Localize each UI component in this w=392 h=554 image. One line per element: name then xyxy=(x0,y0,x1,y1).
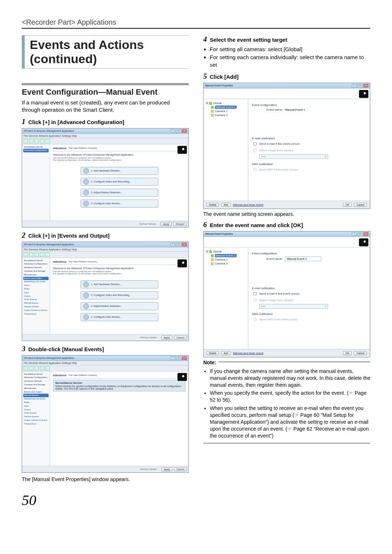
sidebar-item[interactable]: Rules xyxy=(23,287,49,291)
sidebar-item[interactable]: Users xyxy=(23,284,49,287)
cancel-button[interactable]: Cancel xyxy=(354,203,367,207)
cancel-button[interactable]: Cancel xyxy=(354,351,367,355)
sidebar-item-events-output[interactable]: Events and Output xyxy=(23,277,49,280)
sidebar-item[interactable]: Generic Events xyxy=(23,305,49,309)
sidebar-item[interactable]: Output Control on Event xyxy=(23,309,49,312)
toolbar-icon[interactable] xyxy=(24,139,28,143)
apply-button[interactable]: Apply xyxy=(161,336,173,340)
sidebar-item-manual-events[interactable]: Manual Events xyxy=(23,394,49,397)
toolbar-icon[interactable] xyxy=(45,139,50,143)
sidebar-item[interactable]: Rules xyxy=(23,401,49,405)
close-icon[interactable]: × xyxy=(182,129,187,133)
wizard-add-hardware[interactable]: 1. Add Hardware Devices... xyxy=(81,280,158,288)
close-icon[interactable]: × xyxy=(182,243,187,246)
sidebar-item[interactable]: Manual Events xyxy=(23,301,49,305)
sidebar-item[interactable]: Hardware Devices xyxy=(23,266,49,270)
sidebar-item[interactable]: Advanced Configuration xyxy=(23,376,49,379)
sidebar-item[interactable]: Cameras and Storage xyxy=(23,383,49,387)
sidebar-item[interactable]: Advanced Configuration xyxy=(23,262,49,266)
sidebar-item[interactable]: Scheduling and Archiv xyxy=(23,280,49,284)
sidebar-item[interactable]: Events and Output xyxy=(23,390,49,394)
sidebar-item[interactable]: Output xyxy=(23,295,49,298)
wizard-add-hardware[interactable]: 1. Add Hardware Devices... xyxy=(81,167,158,175)
cancel-button[interactable]: Cancel xyxy=(174,467,187,471)
chk-attach-image[interactable]: Attach image from camera xyxy=(252,297,366,303)
add-button[interactable]: Add xyxy=(221,351,230,355)
ok-button[interactable]: OK xyxy=(343,351,352,355)
checkbox[interactable] xyxy=(253,149,257,152)
toolbar-icon[interactable] xyxy=(40,253,44,257)
wizard-user-access[interactable]: 4. Configure User Access... xyxy=(81,200,158,208)
sidebar-item[interactable]: Microphones xyxy=(23,387,49,390)
tree-camera2[interactable]: Camera 2 xyxy=(206,262,246,266)
wizard-user-access[interactable]: 4. Configure User Access... xyxy=(81,313,158,321)
sidebar-item[interactable]: Surveillance Server xyxy=(23,145,49,149)
maximize-icon[interactable]: ▭ xyxy=(176,243,181,246)
sidebar-item[interactable]: Surveillance Server xyxy=(23,259,49,263)
toolbar-icon[interactable] xyxy=(29,253,33,257)
chk-send-email[interactable]: Send e-mail if this event occurs xyxy=(252,141,366,147)
toolbar-icon[interactable] xyxy=(34,366,39,370)
maximize-icon[interactable]: ▭ xyxy=(176,356,181,360)
wizard-motion-detection[interactable]: 3. Adjust Motion Detection... xyxy=(81,189,158,197)
minimize-icon[interactable]: – xyxy=(352,84,357,87)
sidebar-item[interactable]: Microphones xyxy=(23,273,49,277)
checkbox[interactable] xyxy=(253,318,257,321)
toolbar-icon[interactable] xyxy=(45,253,50,257)
close-icon[interactable]: × xyxy=(363,84,368,87)
menubar[interactable]: File Services Wizards Application Settin… xyxy=(22,361,188,365)
maximize-icon[interactable]: ▭ xyxy=(176,129,181,133)
wizard-configure-video[interactable]: 2. Configure Video and Recording... xyxy=(81,291,158,299)
sidebar-item[interactable]: Transactions xyxy=(23,312,49,316)
toolbar-icon[interactable] xyxy=(40,139,44,143)
sidebar-item[interactable]: Hardware Devices xyxy=(23,379,49,383)
sidebar-item[interactable]: Surveillance Server xyxy=(23,373,49,376)
maximize-icon[interactable]: ▭ xyxy=(358,232,363,236)
input-event-name[interactable]: Manual Event 1 xyxy=(285,257,321,261)
camera-select[interactable]: N/A▾ xyxy=(259,304,328,309)
tree-camera2[interactable]: Camera 2 xyxy=(206,113,246,117)
minimize-icon[interactable]: – xyxy=(352,232,357,236)
apply-button[interactable]: Apply xyxy=(161,467,173,471)
close-icon[interactable]: × xyxy=(363,232,368,236)
apply-button[interactable]: Apply xyxy=(160,222,172,226)
help-link[interactable]: Manual and timer event xyxy=(233,352,264,355)
add-button[interactable]: Add xyxy=(221,203,230,207)
tree-global[interactable]: ⊟ Global xyxy=(206,250,246,254)
toolbar-icon[interactable] xyxy=(29,139,33,143)
close-icon[interactable]: × xyxy=(182,356,187,360)
sidebar-item[interactable]: Input xyxy=(23,405,49,408)
chk-send-email[interactable]: Send e-mail if this event occurs xyxy=(252,291,366,296)
checkbox[interactable] xyxy=(253,292,257,295)
checkbox[interactable] xyxy=(253,299,257,302)
camera-select[interactable]: N/A▾ xyxy=(259,154,328,159)
chk-send-sms[interactable]: Send SMS if this event occurs xyxy=(252,317,366,322)
sidebar-item[interactable]: Transactions xyxy=(23,422,49,426)
checkbox[interactable] xyxy=(253,168,257,171)
sidebar-item[interactable]: Output Control on Event xyxy=(23,419,49,422)
minimize-icon[interactable]: – xyxy=(170,129,175,133)
tree-camera1[interactable]: Camera 1 xyxy=(206,258,246,262)
sidebar-item[interactable]: Timer Events xyxy=(23,298,49,301)
sidebar-item[interactable]: Cameras and Storage xyxy=(23,270,49,273)
toolbar-icon[interactable] xyxy=(29,366,33,370)
help-link[interactable]: Manual and timer event xyxy=(233,203,264,206)
toolbar-icon[interactable] xyxy=(34,253,39,257)
ok-button[interactable]: OK xyxy=(343,203,352,207)
sidebar-item[interactable]: Timer Events xyxy=(23,411,49,415)
chk-attach-image[interactable]: Attach image from camera xyxy=(252,148,366,153)
menubar[interactable]: File Services Wizards Application Settin… xyxy=(22,134,188,138)
sidebar-item[interactable]: Input xyxy=(23,291,49,295)
tree-manual-event[interactable]: Manual Event 1 xyxy=(206,105,246,109)
sidebar-item[interactable]: Generic Events xyxy=(23,415,49,419)
menubar[interactable]: File Services Wizards Application Settin… xyxy=(22,247,188,252)
maximize-icon[interactable]: ▭ xyxy=(358,84,363,87)
wizard-configure-video[interactable]: 2. Configure Video and Recording... xyxy=(81,178,158,186)
minimize-icon[interactable]: – xyxy=(170,243,175,246)
tree-manual-event[interactable]: Manual Event 1 xyxy=(206,254,246,258)
toolbar-icon[interactable] xyxy=(24,253,28,257)
toolbar-icon[interactable] xyxy=(45,366,50,370)
wizard-motion-detection[interactable]: 3. Adjust Motion Detection... xyxy=(81,302,158,310)
tree-global[interactable]: ⊟ Global xyxy=(206,101,246,105)
chk-send-sms[interactable]: Send SMS if this event occurs xyxy=(252,167,366,172)
